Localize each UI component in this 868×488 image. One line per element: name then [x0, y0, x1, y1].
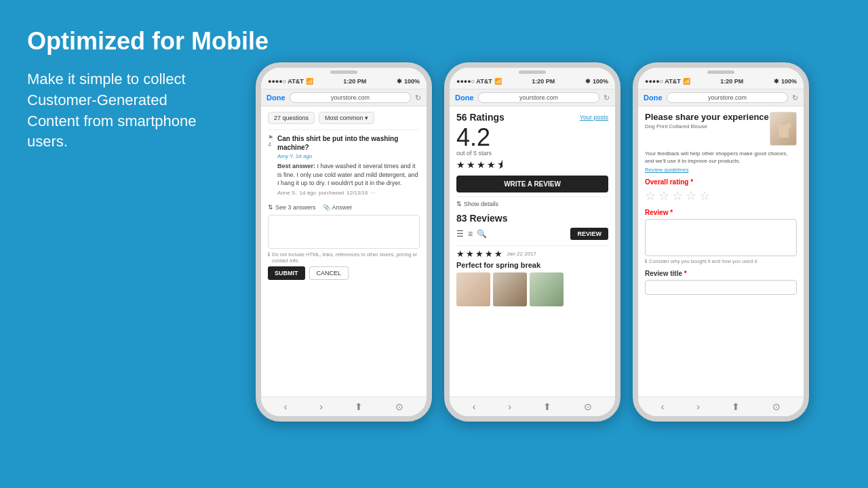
phone-ratings: ●●●●○ AT&T 📶 1:20 PM ✱ 100% Done yoursto… — [444, 62, 620, 422]
phone2-done-btn[interactable]: Done — [455, 94, 474, 102]
qa-answer-link[interactable]: 📎 Answer — [323, 204, 353, 211]
phone3-speaker — [707, 70, 734, 74]
phone2-browser-bar: Done yourstore.com ↻ — [450, 89, 615, 106]
phone2-share-icon[interactable]: ⬆ — [543, 401, 551, 412]
write-product-name: Dog Print Collared Blouse — [645, 123, 769, 129]
phone1-browser-bar: Done yourstore.com ↻ — [261, 89, 427, 106]
ratings-your-posts[interactable]: Your posts — [580, 114, 608, 121]
qa-disclaimer: ℹDo not include HTML, links, references … — [268, 251, 420, 264]
review-hint: ℹConsider why you bought it and how you … — [645, 258, 797, 264]
phone2-nav-bar: ‹ › ⬆ ⊙ — [450, 396, 615, 416]
qa-see-answers-row: ⇅ See 3 answers 📎 Answer — [268, 204, 420, 211]
phone2-back-icon[interactable]: ‹ — [473, 401, 476, 412]
qa-see-answers-link[interactable]: ⇅ See 3 answers — [268, 204, 316, 211]
qa-buttons: SUBMIT CANCEL — [268, 266, 420, 280]
phone2-forward-icon[interactable]: › — [508, 401, 511, 412]
review-field-label: Review * — [645, 209, 797, 216]
qa-question-icon: ⚑4 — [268, 134, 275, 148]
phone3-battery: 100% — [781, 78, 797, 85]
phone2-url[interactable]: yourstore.com — [478, 92, 599, 103]
review-photo-1[interactable] — [456, 272, 490, 306]
phone1-nav-bar: ‹ › ⬆ ⊙ — [261, 396, 427, 416]
phone-qa: ●●●●○ AT&T 📶 1:20 PM ✱ 100% Done yoursto… — [256, 62, 432, 422]
phone2-time: 1:20 PM — [532, 78, 555, 85]
phone1-refresh-icon[interactable]: ↻ — [415, 94, 421, 102]
phone3-url[interactable]: yourstore.com — [667, 92, 788, 103]
phone2-wifi-icon: 📶 — [494, 78, 502, 85]
write-star-5[interactable]: ☆ — [699, 188, 710, 203]
qa-filter-dropdown[interactable]: Most common ▾ — [319, 112, 374, 124]
write-star-3[interactable]: ☆ — [672, 188, 683, 203]
filter-icon-1[interactable]: ☰ — [456, 229, 464, 239]
search-icon[interactable]: 🔍 — [477, 229, 487, 239]
star-5-half: ⯨ — [497, 159, 507, 170]
review-item-1: ★ ★ ★ ★ ★ Jan 22 2017 — [456, 249, 608, 259]
write-review-title: Please share your experience — [645, 112, 769, 122]
phone1-back-icon[interactable]: ‹ — [284, 401, 288, 412]
phone1-share-icon[interactable]: ⬆ — [355, 401, 363, 412]
phone1-bookmark-icon[interactable]: ⊙ — [395, 401, 403, 412]
qa-cancel-btn[interactable]: CANCEL — [309, 266, 349, 280]
phone3-wifi-icon: 📶 — [683, 78, 690, 85]
phone1-content: 27 questions Most common ▾ ⚑4 Can this s… — [261, 106, 427, 396]
star-2: ★ — [467, 159, 475, 170]
phone1-bt-icon: ✱ — [397, 78, 402, 85]
write-description: Your feedback will help other shoppers m… — [645, 150, 797, 165]
phone2-battery: 100% — [593, 78, 608, 85]
write-star-2[interactable]: ☆ — [658, 188, 669, 203]
review-photos — [456, 272, 608, 306]
phone2-bookmark-icon[interactable]: ⊙ — [584, 401, 592, 412]
star-3: ★ — [477, 159, 486, 170]
phone3-share-icon[interactable]: ⬆ — [732, 401, 740, 412]
qa-text-input[interactable] — [268, 215, 420, 249]
qa-question-text: Can this shirt be put into the washing m… — [277, 134, 420, 152]
divider-1 — [456, 245, 608, 246]
phone2-carrier: ●●●●○ AT&T — [456, 78, 492, 85]
reviews-filter-row: ☰ ≡ 🔍 REVIEW — [456, 228, 608, 240]
phone1-status-bar: ●●●●○ AT&T 📶 1:20 PM ✱ 100% — [261, 77, 427, 86]
phone2-content: 56 Ratings Your posts 4.2 out of 5 stars… — [450, 106, 615, 396]
phone3-forward-icon[interactable]: › — [696, 401, 700, 412]
review-textarea[interactable] — [645, 219, 797, 256]
ratings-count: 56 Ratings — [456, 112, 505, 123]
phone3-done-btn[interactable]: Done — [644, 94, 663, 102]
review-title: Perfect for spring break — [456, 261, 608, 269]
qa-item-1: ⚑4 Can this shirt be put into the washin… — [268, 129, 420, 200]
write-star-4[interactable]: ☆ — [686, 188, 696, 203]
phone3-browser-bar: Done yourstore.com ↻ — [638, 89, 804, 106]
phone1-forward-icon[interactable]: › — [319, 401, 323, 412]
write-star-1[interactable]: ☆ — [645, 188, 656, 203]
write-guidelines-link[interactable]: Review guidelines — [645, 167, 797, 173]
phone3-carrier: ●●●●○ AT&T — [645, 78, 681, 85]
write-review-btn[interactable]: WRITE A REVIEW — [456, 176, 608, 192]
phone1-carrier: ●●●●○ AT&T — [268, 78, 304, 85]
phone3-time: 1:20 PM — [720, 78, 743, 85]
phone3-refresh-icon[interactable]: ↻ — [792, 94, 798, 102]
phones-container: ●●●●○ AT&T 📶 1:20 PM ✱ 100% Done yoursto… — [224, 62, 841, 422]
qa-submit-btn[interactable]: SUBMIT — [268, 266, 305, 280]
phone1-done-btn[interactable]: Done — [267, 94, 285, 102]
write-stars-row[interactable]: ☆ ☆ ☆ ☆ ☆ — [645, 188, 797, 203]
filter-icon-2[interactable]: ≡ — [468, 229, 473, 239]
phone1-wifi-icon: 📶 — [306, 78, 313, 85]
review-btn[interactable]: REVIEW — [570, 228, 608, 240]
review-title-input[interactable] — [645, 280, 797, 295]
qa-answer-text: Best answer: I have washed it several ti… — [277, 162, 420, 188]
phone3-content: Please share your experience Dog Print C… — [638, 106, 804, 396]
phone1-url[interactable]: yourstore.com — [290, 92, 411, 103]
phone3-bookmark-icon[interactable]: ⊙ — [772, 401, 781, 412]
star-1: ★ — [456, 159, 465, 170]
ratings-header: 56 Ratings Your posts — [456, 112, 608, 123]
review-photo-2[interactable] — [493, 272, 527, 306]
phone3-back-icon[interactable]: ‹ — [661, 401, 665, 412]
show-details-btn[interactable]: ⇅Show details — [456, 197, 608, 207]
write-review-header: Please share your experience Dog Print C… — [645, 112, 797, 146]
phone2-refresh-icon[interactable]: ↻ — [604, 94, 610, 102]
qa-asker[interactable]: Amy Y. 1d ago — [277, 153, 420, 159]
review-date: Jan 22 2017 — [507, 251, 536, 257]
phone3-top-bar: ●●●●○ AT&T 📶 1:20 PM ✱ 100% — [638, 68, 804, 89]
ratings-stars: ★ ★ ★ ★ ⯨ — [456, 159, 608, 170]
phone3-status-bar: ●●●●○ AT&T 📶 1:20 PM ✱ 100% — [638, 77, 804, 86]
overall-rating-label: Overall rating * — [645, 178, 797, 186]
review-photo-3[interactable] — [530, 272, 564, 306]
